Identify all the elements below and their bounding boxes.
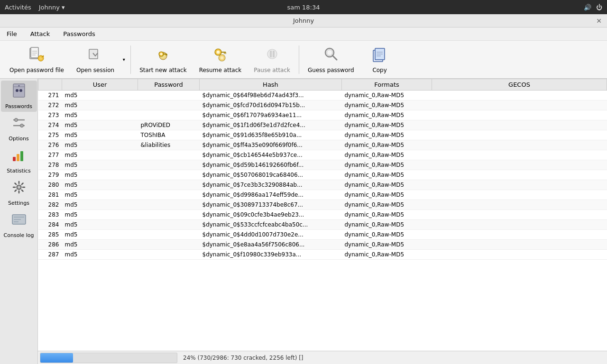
activities-button[interactable]: Activités <box>5 4 31 11</box>
options-icon <box>11 115 27 134</box>
table-row[interactable]: 281 md5 $dynamic_0$d9986aa174eff59de... … <box>38 190 607 200</box>
cell-formats: dynamic_0,Raw-MD5 <box>342 120 432 130</box>
cell-gecos <box>432 180 607 190</box>
main-content: Passwords Options <box>0 79 607 364</box>
svg-point-43 <box>20 124 23 127</box>
sidebar-item-settings[interactable]: Settings <box>1 177 37 209</box>
sidebar-item-passwords[interactable]: Passwords <box>1 81 37 112</box>
sidebar-console-log-label: Console log <box>4 232 34 238</box>
settings-icon <box>11 180 27 198</box>
start-new-attack-icon <box>155 46 172 65</box>
cell-formats: dynamic_0,Raw-MD5 <box>342 110 432 120</box>
table-row[interactable]: 279 md5 $dynamic_0$507068019ca68406... d… <box>38 170 607 180</box>
table-row[interactable]: 280 md5 $dynamic_0$7ce3b3c3290884ab... d… <box>38 180 607 190</box>
cell-num: 287 <box>38 250 62 260</box>
cell-num: 271 <box>38 91 62 100</box>
cell-password <box>138 210 200 220</box>
cell-gecos <box>432 120 607 130</box>
passwords-icon <box>11 83 27 101</box>
table-row[interactable]: 277 md5 $dynamic_0$cb146544e5b937ce... d… <box>38 150 607 160</box>
progress-bar-container <box>40 353 177 363</box>
cell-password <box>138 190 200 200</box>
cell-num: 286 <box>38 240 62 250</box>
app-name-button[interactable]: Johnny ▾ <box>39 4 65 11</box>
cell-num: 274 <box>38 120 62 130</box>
sidebar-item-console-log[interactable]: Console log <box>1 209 37 241</box>
guess-password-icon <box>322 46 340 65</box>
svg-point-48 <box>18 186 20 189</box>
table-row[interactable]: 272 md5 $dynamic_0$fcd70d16d0947b15b... … <box>38 100 607 110</box>
table-row[interactable]: 274 md5 pROViDED $dynamic_0$1f1d06f3e1d7… <box>38 120 607 130</box>
pause-attack-label: Pause attack <box>254 67 290 73</box>
copy-button[interactable]: Copy <box>361 43 399 77</box>
table-row[interactable]: 283 md5 $dynamic_0$09c0cfe3b4ae9eb23... … <box>38 210 607 220</box>
cell-user: md5 <box>62 170 138 180</box>
volume-icon[interactable]: 🔊 <box>584 4 591 11</box>
open-session-dropdown-arrow[interactable]: ▾ <box>120 43 128 77</box>
table-row[interactable]: 275 md5 TOShIBA $dynamic_0$91d635f8e65b9… <box>38 130 607 140</box>
table-row[interactable]: 276 md5 &liabilities $dynamic_0$ff4a35e0… <box>38 140 607 150</box>
sidebar-item-options[interactable]: Options <box>1 113 37 144</box>
cell-hash: $dynamic_0$fcd70d16d0947b15b... <box>200 100 342 110</box>
cell-formats: dynamic_0,Raw-MD5 <box>342 210 432 220</box>
cell-gecos <box>432 150 607 160</box>
cell-hash: $dynamic_0$d9986aa174eff59de... <box>200 190 342 200</box>
open-session-button[interactable]: Open session <box>71 43 120 77</box>
col-header-password: Password <box>138 79 200 91</box>
data-table[interactable]: User Password Hash Formats GECOS 271 md5… <box>38 79 607 351</box>
sidebar-item-statistics[interactable]: Statistics <box>1 145 37 176</box>
table-row[interactable]: 278 md5 $dynamic_0$d59b146192660fb6f... … <box>38 160 607 170</box>
cell-gecos <box>432 160 607 170</box>
close-button[interactable]: ✕ <box>595 17 603 25</box>
topbar-left: Activités Johnny ▾ <box>5 4 64 11</box>
open-session-icon <box>87 46 104 65</box>
cell-gecos <box>432 190 607 200</box>
svg-rect-46 <box>20 151 23 161</box>
table-row[interactable]: 273 md5 $dynamic_0$6f17079a6934ae11... d… <box>38 110 607 120</box>
cell-user: md5 <box>62 150 138 160</box>
menu-file[interactable]: File <box>4 29 20 39</box>
cell-num: 285 <box>38 230 62 240</box>
table-row[interactable]: 287 md5 $dynamic_0$f10980c339eb933a... d… <box>38 250 607 260</box>
console-log-icon <box>11 212 27 230</box>
cell-user: md5 <box>62 230 138 240</box>
open-password-file-button[interactable]: Open password file <box>4 43 70 77</box>
table-row[interactable]: 284 md5 $dynamic_0$533ccfcfceabc4ba50c..… <box>38 220 607 230</box>
table-row[interactable]: 282 md5 $dynamic_0$3089713374be8c67... d… <box>38 200 607 210</box>
cell-password: TOShIBA <box>138 130 200 140</box>
cell-formats: dynamic_0,Raw-MD5 <box>342 130 432 140</box>
menu-attack[interactable]: Attack <box>28 29 53 39</box>
guess-password-button[interactable]: Guess password <box>302 43 360 77</box>
cell-gecos <box>432 220 607 230</box>
power-icon[interactable]: ⏻ <box>596 4 602 11</box>
cell-formats: dynamic_0,Raw-MD5 <box>342 250 432 260</box>
statistics-icon <box>11 147 27 166</box>
cell-formats: dynamic_0,Raw-MD5 <box>342 140 432 150</box>
cell-num: 281 <box>38 190 62 200</box>
table-row[interactable]: 271 md5 $dynamic_0$64f98eb6d74ad43f3... … <box>38 91 607 100</box>
svg-line-53 <box>15 183 16 185</box>
cell-gecos <box>432 130 607 140</box>
statusbar: 24% (730/2986: 730 cracked, 2256 left) [… <box>38 351 607 364</box>
svg-line-28 <box>332 55 337 60</box>
svg-point-41 <box>14 118 18 122</box>
table-row[interactable]: 285 md5 $dynamic_0$4dd0d1007d730e2e... d… <box>38 230 607 240</box>
menu-passwords[interactable]: Passwords <box>60 29 98 39</box>
cell-password <box>138 220 200 230</box>
cell-hash: $dynamic_0$ff4a35e090f669f0f6... <box>200 140 342 150</box>
table-row[interactable]: 286 md5 $dynamic_0$e8aa4a56f7506c806... … <box>38 240 607 250</box>
cell-user: md5 <box>62 130 138 140</box>
separator-1 <box>130 46 131 74</box>
cell-user: md5 <box>62 140 138 150</box>
svg-line-56 <box>15 190 16 191</box>
password-table: User Password Hash Formats GECOS 271 md5… <box>38 79 607 260</box>
cell-hash: $dynamic_0$3089713374be8c67... <box>200 200 342 210</box>
cell-formats: dynamic_0,Raw-MD5 <box>342 160 432 170</box>
progress-bar-fill <box>40 353 73 363</box>
pause-attack-button[interactable]: Pause attack <box>248 43 296 77</box>
cell-user: md5 <box>62 110 138 120</box>
cell-num: 279 <box>38 170 62 180</box>
start-new-attack-button[interactable]: Start new attack <box>134 43 192 77</box>
svg-point-23 <box>221 56 224 60</box>
resume-attack-button[interactable]: Resume attack <box>193 43 248 77</box>
